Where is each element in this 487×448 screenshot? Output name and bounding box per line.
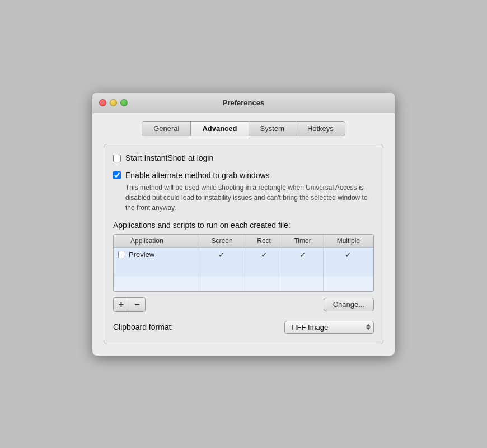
start-at-login-row: Start InstantShot! at login <box>113 153 374 162</box>
alternate-method-description: This method will be used while shooting … <box>125 183 374 213</box>
timer-check: ✓ <box>299 250 306 259</box>
window-content: General Advanced System Hotkeys Start In… <box>92 113 395 356</box>
start-at-login-label[interactable]: Start InstantShot! at login <box>125 153 213 162</box>
alternate-method-label-text: Enable alternate method to grab windows <box>125 171 270 180</box>
empty-row-2 <box>114 277 373 291</box>
remove-button[interactable]: − <box>129 298 145 311</box>
traffic-lights <box>99 99 128 106</box>
add-button[interactable]: + <box>114 298 129 311</box>
app-name-cell: Preview <box>114 248 198 262</box>
change-button[interactable]: Change... <box>324 298 374 311</box>
clipboard-select-wrapper: TIFF Image PNG Image JPEG Image PDF <box>284 321 374 334</box>
tab-bar: General Advanced System Hotkeys <box>142 121 345 136</box>
close-button[interactable] <box>99 99 106 106</box>
advanced-section: Start InstantShot! at login Enable alter… <box>104 144 383 344</box>
app-name: Preview <box>129 250 154 259</box>
col-application: Application <box>114 235 198 248</box>
tab-advanced[interactable]: Advanced <box>191 122 249 136</box>
clipboard-row: Clipboard format: TIFF Image PNG Image J… <box>113 321 374 334</box>
multiple-check: ✓ <box>345 250 352 259</box>
table-row[interactable]: Preview ✓ ✓ ✓ ✓ <box>114 247 373 262</box>
col-timer: Timer <box>282 235 323 248</box>
app-table: Application Screen Rect Timer Multiple P… <box>114 235 373 291</box>
alternate-method-label[interactable]: Enable alternate method to grab windows … <box>125 170 374 213</box>
tab-general[interactable]: General <box>142 122 191 136</box>
tab-hotkeys[interactable]: Hotkeys <box>296 122 345 136</box>
maximize-button[interactable] <box>120 99 128 106</box>
empty-row-1 <box>114 262 373 277</box>
preferences-window: Preferences General Advanced System Hotk… <box>92 93 395 356</box>
rect-cell: ✓ <box>246 247 282 262</box>
app-table-wrapper: Application Screen Rect Timer Multiple P… <box>113 234 374 292</box>
table-header-row: Application Screen Rect Timer Multiple <box>114 235 373 248</box>
screen-check: ✓ <box>218 250 225 259</box>
rect-check: ✓ <box>261 250 268 259</box>
window-title: Preferences <box>223 99 264 107</box>
minimize-button[interactable] <box>110 99 117 106</box>
col-screen: Screen <box>198 235 246 248</box>
alternate-method-checkbox[interactable] <box>113 171 121 179</box>
timer-cell: ✓ <box>282 247 323 262</box>
row-checkbox[interactable] <box>118 251 125 258</box>
button-row: + − Change... <box>113 297 374 312</box>
clipboard-format-select[interactable]: TIFF Image PNG Image JPEG Image PDF <box>284 321 374 334</box>
multiple-cell: ✓ <box>323 247 373 262</box>
add-remove-group: + − <box>113 297 146 312</box>
tab-system[interactable]: System <box>249 122 296 136</box>
table-heading: Applications and scripts to run on each … <box>113 221 374 230</box>
col-rect: Rect <box>246 235 282 248</box>
start-at-login-checkbox[interactable] <box>113 155 121 162</box>
alternate-method-row: Enable alternate method to grab windows … <box>113 170 374 213</box>
screen-cell: ✓ <box>198 247 246 262</box>
clipboard-label: Clipboard format: <box>113 323 173 332</box>
col-multiple: Multiple <box>323 235 373 248</box>
title-bar: Preferences <box>92 93 395 113</box>
